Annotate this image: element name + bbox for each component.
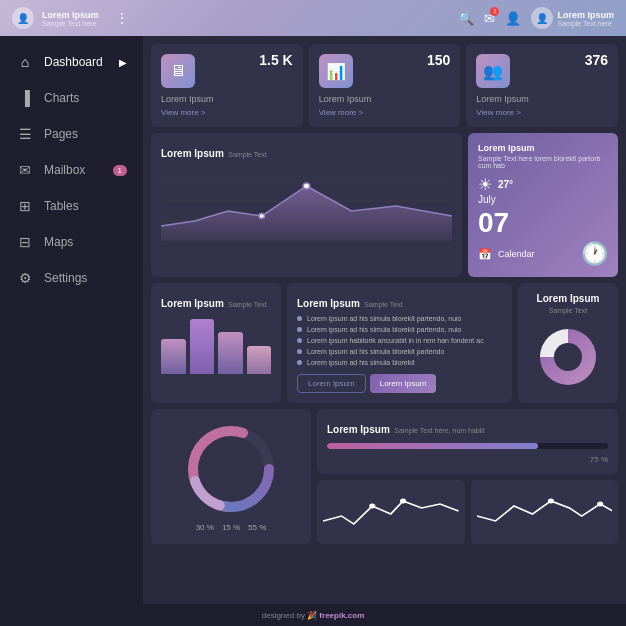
sidebar-item-label: Pages (44, 127, 78, 141)
stat-value-2: 376 (585, 52, 608, 68)
weather-bottom: 📅 Calendar 🕐 (478, 241, 608, 267)
avatar: 👤 (12, 7, 34, 29)
sidebar-item-maps[interactable]: ⊟ Maps (0, 224, 143, 260)
list-item: Lorem ipsum ad his simula blorekit parte… (297, 315, 502, 322)
charts-icon: ▐ (16, 90, 34, 106)
chevron-right-icon: ▶ (119, 57, 127, 68)
stat-card-2: 👥 376 Lorem Ipsum View more > (466, 44, 618, 127)
action-buttons: Lorem Ipsum Lorem Ipsum (297, 374, 502, 393)
sun-icon: ☀ (478, 175, 492, 194)
bar-0 (161, 339, 186, 374)
progress-bar-fill (327, 443, 538, 449)
middle-row: Lorem Ipsum Sample Text Lorem Ipsum Samp… (151, 283, 618, 403)
mailbox-badge: 1 (113, 165, 127, 176)
more-options-icon[interactable]: ⋮ (115, 10, 129, 26)
outline-button[interactable]: Lorem Ipsum (297, 374, 366, 393)
sidebar-item-charts[interactable]: ▐ Charts (0, 80, 143, 116)
header-left: 👤 Lorem Ipsum Sample Text here ⋮ (12, 7, 129, 29)
svg-point-4 (259, 214, 265, 219)
bar-2 (218, 332, 243, 374)
list-item: Lorem ipsum ad his simula blorekit parte… (297, 348, 502, 355)
weather-title: Lorem Ipsum (478, 143, 608, 153)
pie-card: Lorem Ipsum Sample Text (518, 283, 618, 403)
sidebar-item-tables[interactable]: ⊞ Tables (0, 188, 143, 224)
search-icon[interactable]: 🔍 (458, 11, 474, 26)
sidebar-item-label: Dashboard (44, 55, 103, 69)
weather-month: July (478, 194, 608, 205)
sidebar-item-mailbox[interactable]: ✉ Mailbox 1 (0, 152, 143, 188)
sidebar-item-label: Mailbox (44, 163, 85, 177)
sidebar-item-label: Tables (44, 199, 79, 213)
right-avatar: 👤 (531, 7, 553, 29)
right-user-sub: Sample Text here (557, 20, 614, 27)
top-header: 👤 Lorem Ipsum Sample Text here ⋮ 🔍 ✉ 1 👤… (0, 0, 626, 36)
pages-icon: ☰ (16, 126, 34, 142)
list-item: Lorem ipsum habitorik ancurabit in in re… (297, 337, 502, 344)
right-user-info: Lorem Ipsum Sample Text here (557, 10, 614, 27)
stat-value-1: 150 (427, 52, 450, 68)
footer: designed by 🎉 freepik.com (0, 604, 626, 626)
list-card-subtitle: Sample Text (364, 301, 402, 308)
sidebar-item-settings[interactable]: ⚙ Settings (0, 260, 143, 296)
clock-icon: 🕐 (581, 241, 608, 267)
progress-percent: 75 % (327, 455, 608, 464)
footer-brand: freepik.com (319, 611, 364, 620)
list-item: Lorem ipsum ad his simula blorekit parte… (297, 326, 502, 333)
mail-nav-icon: ✉ (16, 162, 34, 178)
tables-icon: ⊞ (16, 198, 34, 214)
bar-chart-title: Lorem Ipsum (161, 298, 224, 309)
bar-chart (161, 319, 271, 374)
user-icon[interactable]: 👤 (505, 11, 521, 26)
view-more-1[interactable]: View more > (319, 108, 451, 117)
ring-percentages: 30 % 15 % 55 % (196, 523, 267, 532)
weather-card: Lorem Ipsum Sample Text here lorem blore… (468, 133, 618, 277)
bottom-row: 30 % 15 % 55 % Lorem Ipsum Sample Text h… (151, 409, 618, 544)
footer-emoji: 🎉 (307, 611, 317, 620)
stat-card-0: 🖥 1.5 K Lorem Ipsum View more > (151, 44, 303, 127)
content-area: 🖥 1.5 K Lorem Ipsum View more > 📊 150 Lo… (143, 36, 626, 604)
pie-card-subtitle: Sample Text (549, 307, 587, 314)
calendar-icon: 📅 (478, 248, 492, 261)
bar-1 (190, 319, 215, 374)
ring-card: 30 % 15 % 55 % (151, 409, 311, 544)
progress-title: Lorem Ipsum (327, 424, 390, 435)
settings-icon: ⚙ (16, 270, 34, 286)
svg-point-15 (597, 502, 603, 507)
weather-sub: Sample Text here lorem blorekit partorb … (478, 155, 608, 169)
mail-icon[interactable]: ✉ 1 (484, 11, 495, 26)
ring-chart (181, 419, 281, 519)
list-dot-icon (297, 316, 302, 321)
sidebar-item-label: Charts (44, 91, 79, 105)
sidebar-item-label: Settings (44, 271, 87, 285)
line-chart-2 (471, 480, 619, 544)
svg-point-6 (554, 343, 582, 371)
sidebar-item-dashboard[interactable]: ⌂ Dashboard ▶ (0, 44, 143, 80)
area-chart-card: Lorem Ipsum Sample Text (151, 133, 462, 277)
list-dot-icon (297, 327, 302, 332)
stat-icon-1: 📊 (319, 54, 353, 88)
list-dot-icon (297, 338, 302, 343)
stat-row: 🖥 1.5 K Lorem Ipsum View more > 📊 150 Lo… (151, 44, 618, 127)
view-more-2[interactable]: View more > (476, 108, 608, 117)
sidebar: ⌂ Dashboard ▶ ▐ Charts ☰ Pages ✉ Mailbox… (0, 36, 143, 604)
area-chart-title: Lorem Ipsum (161, 148, 224, 159)
stat-icon-2: 👥 (476, 54, 510, 88)
bar-chart-subtitle: Sample Text (228, 301, 266, 308)
svg-point-3 (303, 183, 310, 189)
sidebar-item-pages[interactable]: ☰ Pages (0, 116, 143, 152)
calendar-label: Calendar (498, 249, 535, 259)
pie-card-title: Lorem Ipsum (537, 293, 600, 304)
header-user-sub: Sample Text here (42, 20, 99, 27)
stat-card-1: 📊 150 Lorem Ipsum View more > (309, 44, 461, 127)
svg-point-11 (203, 441, 259, 497)
line-chart-1 (317, 480, 465, 544)
progress-bar-container (327, 443, 608, 449)
view-more-0[interactable]: View more > (161, 108, 293, 117)
header-right: 🔍 ✉ 1 👤 👤 Lorem Ipsum Sample Text here (458, 7, 614, 29)
list-item-text: Lorem ipsum ad his simula blorekit parte… (307, 326, 461, 333)
filled-button[interactable]: Lorem Ipsum (370, 374, 437, 393)
progress-subtitle: Sample Text here, num hablit (394, 427, 485, 434)
charts-row: Lorem Ipsum Sample Text (151, 133, 618, 277)
list-card-title: Lorem Ipsum (297, 298, 360, 309)
list-item-text: Lorem ipsum ad his simula blorekit parte… (307, 315, 461, 322)
